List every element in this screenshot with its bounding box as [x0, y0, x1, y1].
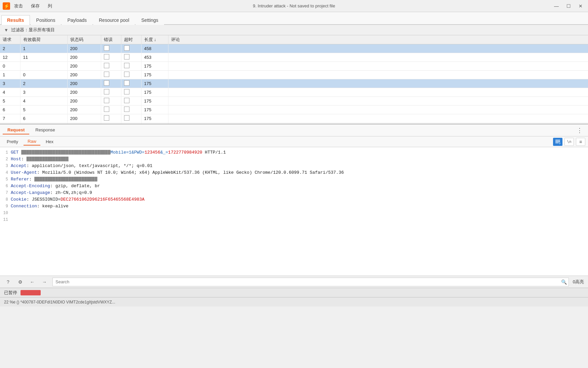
- cell-comment: [168, 106, 588, 114]
- table-row[interactable]: 21200458: [0, 44, 588, 53]
- settings-icon[interactable]: ⚙: [16, 278, 24, 286]
- table-row[interactable]: 43200175: [0, 88, 588, 97]
- tab-response[interactable]: Response: [31, 126, 60, 134]
- line-content: User-Agent: Mozilla/5.0 (Windows NT 10.0…: [11, 169, 588, 176]
- cell-timeout: [121, 62, 141, 71]
- paused-bar: 已暂停: [0, 288, 588, 297]
- line-number: 6: [0, 183, 11, 190]
- cell-request: 12: [0, 53, 20, 62]
- wrap-icon[interactable]: [553, 138, 562, 146]
- tab-payloads[interactable]: Payloads: [62, 15, 92, 25]
- tab-request[interactable]: Request: [3, 126, 29, 134]
- minimize-button[interactable]: —: [552, 3, 561, 9]
- search-input[interactable]: [52, 278, 569, 286]
- table-row[interactable]: 65200175: [0, 106, 588, 114]
- search-icon: 🔍: [561, 279, 567, 285]
- cell-comment: [168, 53, 588, 62]
- close-button[interactable]: ✕: [576, 3, 585, 9]
- col-header-payload[interactable]: 有效载荷: [20, 35, 67, 44]
- line-number: 5: [0, 176, 11, 183]
- view-tab-raw[interactable]: Raw: [24, 138, 40, 146]
- line-content: Accept-Encoding: gzip, deflate, br: [11, 183, 588, 190]
- table-row[interactable]: 54200175: [0, 97, 588, 106]
- forward-icon[interactable]: →: [40, 278, 48, 286]
- newline-icon[interactable]: \n: [564, 138, 574, 146]
- table-row[interactable]: 10200175: [0, 71, 588, 79]
- line-number: 11: [0, 216, 11, 223]
- cell-comment: [168, 88, 588, 97]
- table-row[interactable]: 1211200453: [0, 53, 588, 62]
- cell-request: 0: [0, 62, 20, 71]
- cell-timeout: [121, 88, 141, 97]
- cell-request: 5: [0, 97, 20, 106]
- table-row[interactable]: 76200175: [0, 114, 588, 123]
- cell-payload: [20, 62, 67, 71]
- cell-payload: 4: [20, 97, 67, 106]
- col-header-status[interactable]: 状态码: [67, 35, 101, 44]
- cell-timeout: [121, 106, 141, 114]
- cell-length: 175: [141, 123, 168, 125]
- menu-columns[interactable]: 列: [46, 2, 53, 10]
- col-header-comment[interactable]: 评论: [168, 35, 588, 44]
- cell-payload: 1: [20, 44, 67, 53]
- cell-error: [101, 114, 121, 123]
- col-header-request[interactable]: 请求: [0, 35, 20, 44]
- cell-error: [101, 123, 121, 125]
- bottom-text-bar: 22 %e () *400787-0DEFdI1N0DIO VIMT2cde1g…: [0, 297, 588, 306]
- line-number: 7: [0, 190, 11, 196]
- menu-icon[interactable]: ≡: [576, 138, 585, 146]
- cell-payload: 7: [20, 123, 67, 125]
- window-controls: — ☐ ✕: [552, 3, 585, 9]
- cell-request: 1: [0, 71, 20, 79]
- request-code-area: 1GET ██████████████████████████████████M…: [0, 147, 588, 276]
- cell-length: 175: [141, 62, 168, 71]
- cell-error: [101, 97, 121, 106]
- back-icon[interactable]: ←: [28, 278, 36, 286]
- cell-status: 200: [67, 97, 101, 106]
- cell-comment: [168, 71, 588, 79]
- cell-payload: 3: [20, 88, 67, 97]
- view-icons-group: \n ≡: [553, 138, 585, 146]
- search-wrapper: 🔍: [52, 278, 569, 286]
- line-number: 10: [0, 210, 11, 216]
- paused-indicator: [21, 290, 41, 295]
- menu-save[interactable]: 保存: [30, 2, 41, 10]
- col-header-timeout[interactable]: 超时: [121, 35, 141, 44]
- cell-status: 200: [67, 123, 101, 125]
- cell-payload: 5: [20, 106, 67, 114]
- table-row[interactable]: 87200175: [0, 123, 588, 125]
- col-header-error[interactable]: 错误: [101, 35, 121, 44]
- results-table: 请求 有效载荷 状态码 错误 超时 长度 ↓ 评论 21200458121120…: [0, 35, 588, 124]
- statusbar: ? ⚙ ← → 🔍 0高亮: [0, 276, 588, 288]
- view-tab-hex[interactable]: Hex: [42, 138, 57, 145]
- cell-payload: 2: [20, 79, 67, 88]
- view-tab-pretty[interactable]: Pretty: [3, 138, 22, 145]
- help-icon[interactable]: ?: [4, 278, 12, 286]
- tab-resource-pool[interactable]: Resource pool: [93, 15, 135, 25]
- cell-payload: 11: [20, 53, 67, 62]
- more-options-button[interactable]: ⋮: [574, 127, 585, 134]
- titlebar-menu: 攻击 保存 列: [13, 2, 53, 10]
- maximize-button[interactable]: ☐: [564, 3, 573, 9]
- cell-error: [101, 71, 121, 79]
- cell-length: 175: [141, 114, 168, 123]
- cell-timeout: [121, 71, 141, 79]
- cell-error: [101, 53, 121, 62]
- cell-comment: [168, 44, 588, 53]
- menu-attack[interactable]: 攻击: [13, 2, 24, 10]
- cell-error: [101, 88, 121, 97]
- cell-length: 175: [141, 106, 168, 114]
- svg-rect-1: [555, 141, 560, 142]
- tab-results[interactable]: Results: [1, 15, 30, 25]
- filter-label[interactable]: 过滤器：显示所有项目: [11, 27, 55, 33]
- table-row[interactable]: 32200175: [0, 79, 588, 88]
- tab-settings[interactable]: Settings: [135, 15, 164, 25]
- app-icon: ⚡: [3, 2, 10, 10]
- cell-request: 4: [0, 88, 20, 97]
- col-header-length[interactable]: 长度 ↓: [141, 35, 168, 44]
- cell-status: 200: [67, 62, 101, 71]
- table-row[interactable]: 0200175: [0, 62, 588, 71]
- filter-bar: ▼ 过滤器：显示所有项目: [0, 25, 588, 35]
- tab-positions[interactable]: Positions: [31, 15, 61, 25]
- line-number: 3: [0, 163, 11, 169]
